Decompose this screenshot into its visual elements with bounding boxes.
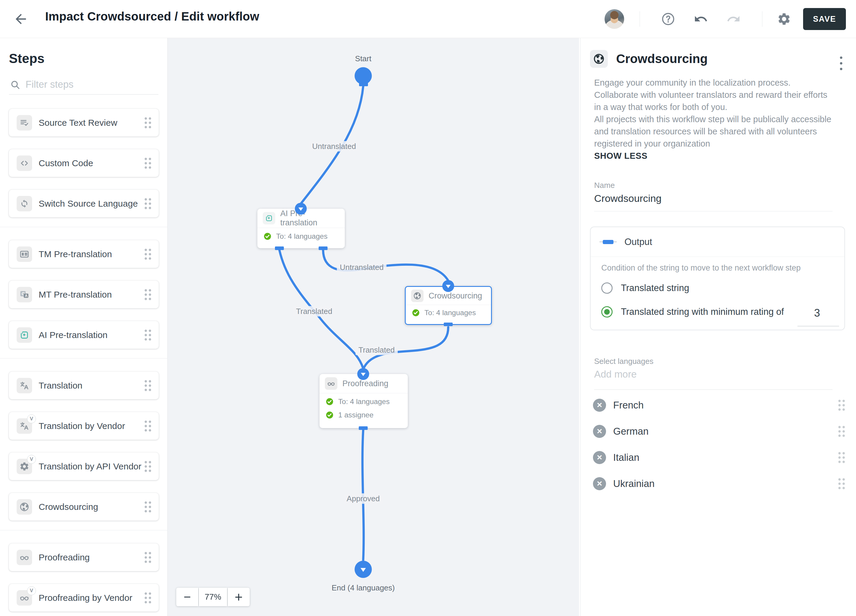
gear-icon: V [17,459,32,474]
step-card-switch-source-language[interactable]: Switch Source Language [9,190,159,217]
crowdsourcing-node-entry-arrow[interactable] [442,280,454,292]
avatar[interactable] [605,9,624,29]
radio-option-minimum-rating[interactable]: Translated string with minimum rating of [601,306,784,317]
drag-handle-icon[interactable] [838,399,846,411]
step-label: Proofreading by Vendor [38,593,132,603]
node-title: Crowdsourcing [429,291,482,300]
step-label: Source Text Review [38,118,117,128]
tm-pretranslation-icon [17,246,32,262]
language-name: Italian [613,452,639,463]
step-card-crowdsourcing[interactable]: Crowdsourcing [9,493,159,521]
drag-handle-icon[interactable] [838,425,846,437]
ai-pretranslation-icon [17,327,32,343]
proofreading-output-port[interactable] [359,426,368,430]
kebab-menu-icon[interactable] [837,57,845,77]
ai-output-port-translated[interactable] [275,246,284,250]
language-row-italian: ✕Italian [580,445,856,471]
section-divider [0,227,167,227]
drag-handle-icon[interactable] [144,289,152,300]
node-title: AI Pre-translation [280,209,339,228]
page-title: Impact Crowdsourced / Edit workflow [45,10,259,23]
drag-handle-icon[interactable] [144,198,152,209]
step-card-mt-pre-translation[interactable]: GAMT Pre-translation [9,281,159,308]
input-underline [594,390,833,390]
edge-label-translated: Translated [293,306,335,317]
drag-handle-icon[interactable] [144,460,152,473]
drag-handle-icon[interactable] [838,478,846,490]
steps-heading: Steps [9,51,167,66]
remove-language-icon[interactable]: ✕ [593,451,606,464]
drag-handle-icon[interactable] [144,248,152,260]
drag-handle-icon[interactable] [144,592,152,604]
steps-sidebar: Steps Source Text ReviewCustom CodeSwitc… [0,38,168,616]
drag-handle-icon[interactable] [144,420,152,432]
zoom-widget: − 77% + [176,588,250,606]
proofreading-node-entry-arrow[interactable] [357,368,369,380]
language-row-ukrainian: ✕Ukrainian [580,471,856,497]
remove-language-icon[interactable]: ✕ [593,477,606,490]
step-card-proofreading[interactable]: Proofreading [9,544,159,571]
mt-pretranslation-icon: GA [17,287,32,302]
back-arrow-icon[interactable] [13,11,29,27]
filter-steps-input[interactable] [26,77,156,92]
workflow-canvas[interactable]: Start Untranslated Untranslated Translat… [168,38,579,616]
redo-icon[interactable] [727,12,741,26]
edge-label-approved: Approved [343,493,383,504]
step-card-ai-pre-translation[interactable]: AI Pre-translation [9,321,159,349]
steps-list: Source Text ReviewCustom CodeSwitch Sour… [0,108,167,616]
step-card-translation-by-vendor[interactable]: VTranslation by Vendor [9,412,159,440]
ai-output-port-untranslated[interactable] [319,246,328,250]
save-button[interactable]: SAVE [803,8,846,30]
radio-selected-icon[interactable] [601,306,613,317]
crowdsourcing-output-port[interactable] [444,323,453,326]
drag-handle-icon[interactable] [838,451,846,464]
help-icon[interactable] [661,12,675,26]
vendor-badge: V [27,414,36,424]
node-detail: To: 4 languages [338,397,390,406]
output-title: Output [625,237,652,247]
proofreading-node[interactable]: Proofreading To: 4 languages 1 assignee [320,374,408,428]
show-less-link[interactable]: SHOW LESS [594,151,647,161]
drag-handle-icon[interactable] [144,551,152,564]
step-card-source-text-review[interactable]: Source Text Review [9,109,159,137]
edge-label-translated: Translated [356,345,398,355]
minimum-rating-input[interactable] [797,307,837,319]
add-language-input[interactable] [594,369,832,380]
language-name: French [613,400,644,411]
remove-language-icon[interactable]: ✕ [593,399,606,412]
ai-node-entry-arrow[interactable] [295,203,307,215]
selected-languages-list: ✕French✕German✕Italian✕Ukrainian [580,392,856,497]
step-label: Translation [38,380,82,391]
drag-handle-icon[interactable] [144,380,152,391]
drag-handle-icon[interactable] [144,501,152,513]
language-name: German [613,426,648,437]
step-card-translation[interactable]: Translation [9,372,159,399]
language-row-german: ✕German [580,418,856,445]
radio-unselected-icon[interactable] [601,282,613,294]
drag-handle-icon[interactable] [144,329,152,341]
drag-handle-icon[interactable] [144,117,152,129]
globe-icon [17,499,32,514]
start-output-port[interactable] [359,83,368,86]
select-languages-label: Select languages [594,357,653,366]
drag-handle-icon[interactable] [144,157,152,169]
undo-icon[interactable] [694,12,708,26]
glasses-icon [17,550,32,565]
zoom-in-button[interactable]: + [228,588,250,606]
remove-language-icon[interactable]: ✕ [593,425,606,438]
end-node[interactable] [354,561,372,578]
step-card-proofreading-by-vendor[interactable]: VProofreading by Vendor [9,584,159,611]
name-input[interactable] [594,192,832,204]
start-node[interactable] [354,67,372,85]
zoom-out-button[interactable]: − [176,588,198,606]
step-label: TM Pre-translation [38,249,112,259]
step-card-custom-code[interactable]: Custom Code [9,149,159,177]
condition-label: Condition of the string to move to the n… [601,263,801,273]
output-card: Output Condition of the string to move t… [590,226,845,330]
end-node-label: End (4 languages) [332,583,395,593]
step-card-translation-by-api-vendor[interactable]: VTranslation by API Vendor [9,453,159,480]
settings-gear-icon[interactable] [777,12,791,26]
step-card-tm-pre-translation[interactable]: TM Pre-translation [9,240,159,268]
vendor-badge: V [27,586,36,595]
radio-option-translated-string[interactable]: Translated string [601,282,689,294]
